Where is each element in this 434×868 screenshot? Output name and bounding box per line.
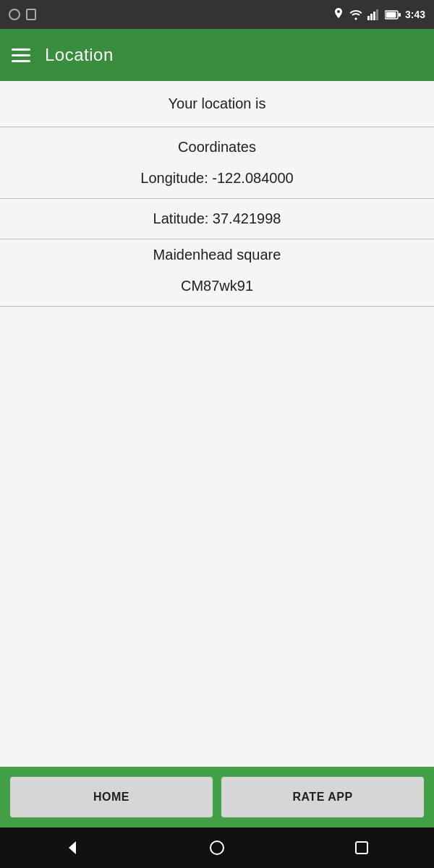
wifi-icon: [349, 9, 363, 20]
svg-rect-0: [367, 16, 370, 20]
recent-apps-square-icon: [354, 841, 369, 855]
battery-icon: [385, 10, 401, 20]
sim-icon: [26, 9, 36, 20]
main-content: Your location is Coordinates Longitude: …: [0, 81, 434, 767]
location-pin-icon: [333, 8, 344, 21]
app-bar: Location: [0, 29, 434, 81]
recent-apps-button[interactable]: [346, 832, 378, 864]
home-nav-button[interactable]: [201, 832, 233, 864]
svg-rect-9: [356, 842, 367, 854]
svg-marker-7: [69, 841, 76, 854]
latitude-value: Latitude: 37.421998: [153, 199, 281, 239]
your-location-label: Your location is: [169, 95, 266, 112]
home-button[interactable]: HOME: [10, 777, 213, 817]
coordinates-label: Coordinates: [178, 127, 256, 163]
svg-rect-5: [399, 13, 401, 17]
back-button[interactable]: [56, 832, 88, 864]
home-circle-icon: [209, 840, 225, 856]
back-arrow-icon: [64, 840, 80, 856]
location-info-block: Your location is Coordinates Longitude: …: [0, 95, 434, 307]
circle-status-icon: [9, 9, 20, 20]
longitude-value: Longitude: -122.084000: [140, 163, 293, 198]
page-title: Location: [45, 45, 114, 65]
maidenhead-value: CM87wk91: [181, 271, 253, 306]
rate-app-button[interactable]: RATE APP: [221, 777, 424, 817]
maidenhead-label: Maidenhead square: [153, 239, 281, 271]
bottom-bar: HOME RATE APP: [0, 767, 434, 827]
svg-rect-2: [373, 12, 375, 20]
nav-bar: [0, 827, 434, 868]
clock-time: 3:43: [405, 9, 425, 20]
svg-rect-1: [370, 14, 373, 20]
svg-point-8: [210, 841, 224, 854]
svg-rect-6: [386, 12, 396, 17]
svg-rect-3: [376, 9, 378, 20]
status-bar-left-icons: [9, 9, 36, 20]
signal-icon: [367, 9, 380, 20]
divider-4: [0, 306, 434, 307]
hamburger-menu-button[interactable]: [12, 48, 30, 62]
status-bar-right-icons: 3:43: [333, 8, 425, 21]
status-bar: 3:43: [0, 0, 434, 29]
